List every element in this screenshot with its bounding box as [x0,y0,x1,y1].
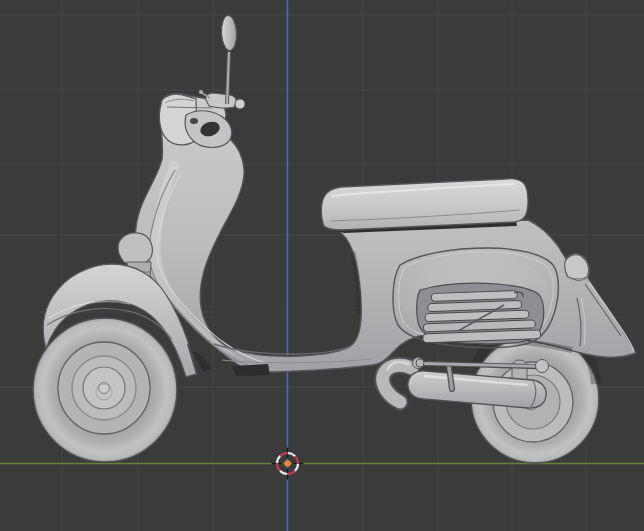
origin-dot [284,460,290,466]
center-stand-foot [232,364,270,376]
exhaust-muffler[interactable] [383,358,549,409]
seat[interactable] [321,179,528,233]
handlebar-grip [206,93,236,108]
grip-end-ball [235,99,245,109]
viewport-3d[interactable] [0,0,644,531]
cooling-vents [417,283,544,343]
viewport-canvas[interactable] [0,0,644,531]
suspension-knuckle [118,233,152,265]
front-wheel[interactable] [33,318,177,462]
